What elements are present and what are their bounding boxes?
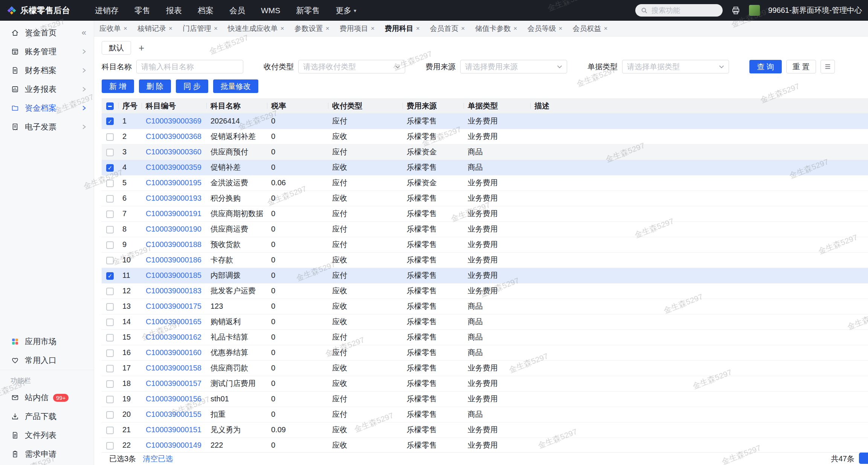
- tab[interactable]: 门店管理×: [183, 24, 218, 34]
- sidebar-item[interactable]: 业务报表: [0, 80, 94, 99]
- sidebar-item[interactable]: 电子发票: [0, 117, 94, 136]
- table-row[interactable]: 11C100039000185内部调拨0应付乐檬零售业务费用: [102, 268, 868, 283]
- table-row[interactable]: 10C100039000186卡存款0应收乐檬零售业务费用: [102, 252, 868, 268]
- sidebar-item[interactable]: 需求申请: [0, 445, 94, 463]
- row-checkbox[interactable]: [106, 303, 114, 311]
- close-icon[interactable]: ×: [326, 25, 330, 32]
- table-row[interactable]: 4C100039000359促销补差0应收乐檬零售商品: [102, 160, 868, 175]
- subject-code-link[interactable]: C100039000191: [146, 209, 201, 218]
- row-checkbox[interactable]: [106, 288, 114, 295]
- sidebar-item[interactable]: 文件列表: [0, 426, 94, 445]
- row-checkbox[interactable]: [106, 149, 114, 156]
- sidebar-item[interactable]: 资金档案: [0, 99, 94, 117]
- row-checkbox[interactable]: [106, 226, 114, 233]
- close-icon[interactable]: ×: [514, 25, 517, 32]
- nav-item[interactable]: 新零售: [296, 5, 320, 16]
- subject-code-link[interactable]: C100039000158: [146, 364, 201, 372]
- row-checkbox[interactable]: [106, 319, 114, 326]
- close-icon[interactable]: ×: [214, 25, 218, 32]
- table-row[interactable]: 15C100039000162礼品卡结算0应付乐檬零售商品: [102, 329, 868, 345]
- tab[interactable]: 费用项目×: [340, 24, 375, 34]
- row-checkbox[interactable]: [106, 380, 114, 388]
- select-all-checkbox[interactable]: [106, 102, 114, 110]
- sidebar-item[interactable]: 常用入口: [0, 351, 94, 370]
- row-checkbox[interactable]: [106, 257, 114, 264]
- row-checkbox[interactable]: [106, 334, 114, 342]
- close-icon[interactable]: ×: [371, 25, 375, 32]
- subject-code-link[interactable]: C100039000186: [146, 256, 201, 264]
- subject-code-link[interactable]: C100039000360: [146, 148, 201, 156]
- close-icon[interactable]: ×: [558, 25, 562, 32]
- batch-edit-button[interactable]: 批量修改: [213, 79, 258, 93]
- pay-type-select[interactable]: 请选择收付类型: [298, 60, 405, 73]
- table-row[interactable]: 1C10003900036920264140应付乐檬零售业务费用: [102, 113, 868, 129]
- sidebar-item[interactable]: 应用市场: [0, 332, 94, 351]
- subject-code-link[interactable]: C100039000149: [146, 441, 201, 449]
- table-row[interactable]: 7C100039000191供应商期初数据0应付乐檬零售业务费用: [102, 206, 868, 221]
- nav-item[interactable]: 进销存: [95, 5, 119, 16]
- tab[interactable]: 会员权益×: [572, 24, 607, 34]
- close-icon[interactable]: ×: [416, 25, 420, 32]
- subject-code-link[interactable]: C100039000188: [146, 240, 201, 249]
- sidebar-collapse-button[interactable]: «: [82, 28, 86, 38]
- subject-code-link[interactable]: C100039000193: [146, 194, 201, 202]
- view-chip-default[interactable]: 默认: [102, 41, 131, 55]
- table-row[interactable]: 6C100039000193积分换购0应收乐檬零售业务费用: [102, 191, 868, 206]
- row-checkbox[interactable]: [106, 210, 114, 218]
- close-icon[interactable]: ×: [281, 25, 284, 32]
- table-row[interactable]: 3C100039000360供应商预付0应付乐檬资金商品: [102, 144, 868, 160]
- nav-item[interactable]: 会员: [229, 5, 245, 16]
- nav-item[interactable]: 更多▾: [336, 5, 356, 16]
- floating-widget-button[interactable]: [859, 453, 868, 464]
- global-search-input[interactable]: 搜索功能: [635, 4, 723, 17]
- nav-item[interactable]: 档案: [198, 5, 214, 16]
- table-row[interactable]: 19C100039000156sth010应付乐檬零售业务费用: [102, 391, 868, 407]
- table-row[interactable]: 12C100039000183批发客户运费0应收乐檬零售业务费用: [102, 283, 868, 299]
- table-row[interactable]: 21C100039000151见义勇为0.09应收乐檬零售业务费用: [102, 422, 868, 438]
- row-checkbox[interactable]: [106, 411, 114, 419]
- tab[interactable]: 会员首页×: [430, 24, 465, 34]
- clear-selection-link[interactable]: 清空已选: [143, 454, 173, 464]
- table-row[interactable]: 13C1000390001751230应收乐檬零售商品: [102, 299, 868, 314]
- tab[interactable]: 应收单×: [99, 24, 127, 34]
- row-checkbox[interactable]: [106, 365, 114, 372]
- table-row[interactable]: 17C100039000158供应商罚款0应收乐檬零售业务费用: [102, 360, 868, 376]
- fee-source-select[interactable]: 请选择费用来源: [460, 60, 567, 73]
- sync-button[interactable]: 同 步: [176, 79, 208, 93]
- subject-code-link[interactable]: C100039000155: [146, 410, 201, 418]
- row-checkbox[interactable]: [106, 272, 114, 280]
- table-row[interactable]: 2C100039000368促销返利补差0应收乐檬零售业务费用: [102, 129, 868, 144]
- search-button[interactable]: 查 询: [749, 60, 782, 73]
- add-button[interactable]: 新 增: [102, 79, 134, 93]
- subject-code-link[interactable]: C100039000157: [146, 379, 201, 387]
- row-checkbox[interactable]: [106, 396, 114, 403]
- subject-code-link[interactable]: C100039000162: [146, 333, 201, 341]
- close-icon[interactable]: ×: [124, 25, 127, 32]
- subject-code-link[interactable]: C100039000156: [146, 395, 201, 403]
- nav-item[interactable]: 零售: [134, 5, 150, 16]
- subject-code-link[interactable]: C100039000160: [146, 348, 201, 357]
- row-checkbox[interactable]: [106, 180, 114, 187]
- reset-button[interactable]: 重 置: [786, 60, 816, 73]
- nav-item[interactable]: 报表: [166, 5, 182, 16]
- subject-code-link[interactable]: C100039000369: [146, 117, 201, 125]
- sidebar-item[interactable]: 账务管理: [0, 42, 94, 61]
- row-checkbox[interactable]: [106, 442, 114, 450]
- row-checkbox[interactable]: [106, 241, 114, 249]
- row-checkbox[interactable]: [106, 349, 114, 357]
- table-row[interactable]: 20C100039000155扣重0应付乐檬零售商品: [102, 407, 868, 422]
- row-checkbox[interactable]: [106, 117, 114, 125]
- subject-code-link[interactable]: C100039000175: [146, 302, 201, 310]
- row-checkbox[interactable]: [106, 427, 114, 434]
- nav-item[interactable]: WMS: [261, 6, 280, 15]
- user-name[interactable]: 99661-新界面环境-管理中心: [768, 5, 862, 15]
- table-row[interactable]: 18C100039000157测试门店费用0应收乐檬零售业务费用: [102, 376, 868, 391]
- tab[interactable]: 费用科目×: [385, 24, 420, 34]
- close-icon[interactable]: ×: [169, 25, 172, 32]
- subject-name-input[interactable]: [141, 63, 238, 71]
- delete-button[interactable]: 删 除: [139, 79, 171, 93]
- subject-code-link[interactable]: C100039000368: [146, 132, 201, 140]
- sidebar-item[interactable]: 站内信99+: [0, 388, 94, 407]
- subject-code-link[interactable]: C100039000359: [146, 163, 201, 171]
- subject-code-link[interactable]: C100039000190: [146, 225, 201, 233]
